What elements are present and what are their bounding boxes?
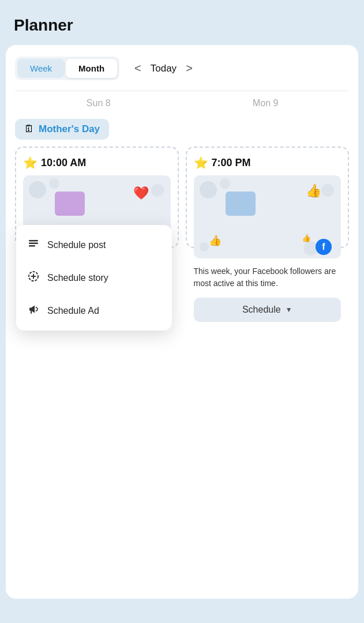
instagram-time: 10:00 AM [41,157,86,169]
facebook-schedule-button[interactable]: Schedule ▼ [194,298,342,322]
today-label: Today [151,63,177,74]
next-button[interactable]: > [181,59,197,77]
schedule-post-label: Schedule post [47,240,106,250]
instagram-time-row: ⭐ 10:00 AM [23,156,171,170]
facebook-time: 7:00 PM [212,157,251,169]
svg-rect-4 [29,243,38,245]
schedule-post-item[interactable]: Schedule post [16,228,172,261]
facebook-illustration: 👍 👍 👍 f [194,175,342,258]
svg-rect-5 [29,245,35,247]
day-headers: Sun 8 Mon 9 [15,91,349,112]
schedule-story-label: Schedule story [47,273,108,283]
event-badge-icon: 🗓 [24,123,34,135]
week-button[interactable]: Week [17,59,65,78]
view-toggle: Week Month [15,57,119,80]
prev-button[interactable]: < [130,59,146,77]
fb-thumb3: 👍 [302,234,311,242]
page-title: Planner [0,0,364,45]
facebook-schedule-label: Schedule [242,305,281,315]
fb-thumb2: 👍 [209,234,222,247]
schedule-story-item[interactable]: Schedule story [16,261,172,294]
schedule-ad-item[interactable]: Schedule Ad [16,294,172,327]
fb-post-box [226,192,256,216]
nav-controls: < Today > [130,59,197,77]
svg-rect-3 [29,240,38,242]
star-icon-facebook: ⭐ [194,156,208,170]
schedule-dropdown-menu: Schedule post Schedule story [16,225,172,331]
day-header-sun: Sun 8 [15,98,182,112]
schedule-post-icon [28,238,39,252]
event-badge-text: Mother's Day [39,123,100,135]
schedule-ad-icon [28,303,39,318]
instagram-card: ⭐ 10:00 AM ❤️ ❤️ ❤️ [15,147,179,248]
facebook-card: ⭐ 7:00 PM 👍 👍 👍 f This week, your Facebo… [186,147,350,248]
cards-row: ⭐ 10:00 AM ❤️ ❤️ ❤️ [15,147,349,248]
schedule-ad-label: Schedule Ad [47,306,99,316]
facebook-card-desc: This week, your Facebook followers are m… [194,265,342,290]
facebook-dropdown-arrow: ▼ [286,306,292,314]
schedule-story-icon [28,271,39,285]
main-card: Week Month < Today > Sun 8 Mon 9 🗓 Mothe… [6,45,358,599]
day-header-mon: Mon 9 [182,98,350,112]
top-controls: Week Month < Today > [15,57,349,80]
facebook-time-row: ⭐ 7:00 PM [194,156,342,170]
ig-heart-main: ❤️ [133,186,149,201]
event-badge: 🗓 Mother's Day [15,119,109,140]
fb-thumb-main: 👍 [306,183,321,198]
event-row: 🗓 Mother's Day [15,119,349,140]
ig-post-box [55,192,85,216]
star-icon-instagram: ⭐ [23,156,37,170]
facebook-logo-icon: f [316,239,332,255]
month-button[interactable]: Month [66,59,117,78]
